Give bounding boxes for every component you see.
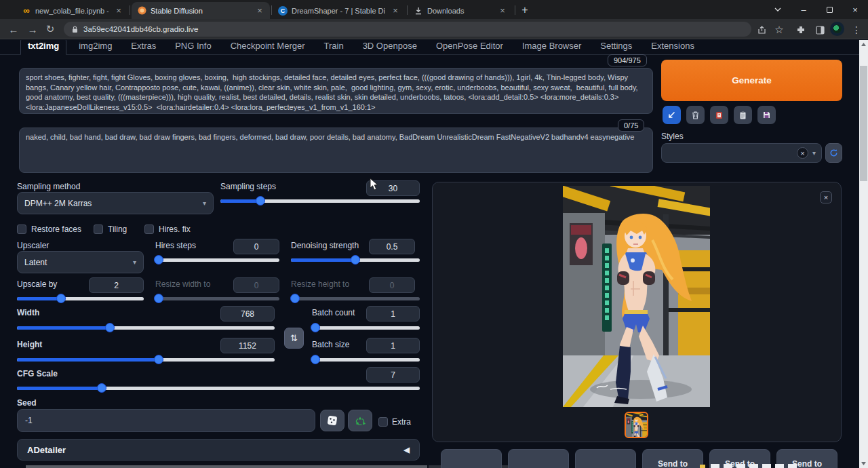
scroll-up-icon[interactable] [859, 40, 868, 49]
denoising-slider[interactable] [291, 256, 420, 263]
gallery-thumbnail[interactable] [625, 412, 648, 438]
swap-dimensions-button[interactable]: ⇅ [284, 328, 304, 349]
tab-openpose-editor[interactable]: OpenPose Editor [429, 40, 510, 54]
hires-steps-slider[interactable] [155, 256, 279, 263]
upscale-by-value[interactable]: 2 [89, 277, 144, 293]
slider-handle[interactable] [154, 355, 163, 364]
back-icon[interactable]: ← [5, 21, 22, 37]
address-bar[interactable]: 3a59ec42041dbb46cb.gradio.live [64, 22, 751, 37]
upscaler-dropdown[interactable]: Latent ▾ [17, 251, 144, 273]
width-value[interactable]: 768 [220, 306, 275, 321]
extensions-puzzle-icon[interactable] [793, 22, 808, 37]
new-tab-button[interactable]: + [517, 3, 532, 18]
scrollbar-thumb[interactable] [860, 66, 867, 181]
tab-extras[interactable]: Extras [124, 40, 163, 54]
apply-styles-button[interactable] [734, 106, 752, 124]
resize-height-slider [291, 295, 420, 302]
cfg-scale-slider[interactable] [17, 385, 420, 391]
browser-tab-dreamshaper[interactable]: C DreamShaper - 7 | Stable Diffusio × [273, 2, 406, 19]
cfg-scale-label: CFG Scale [17, 369, 58, 378]
zip-button[interactable] [508, 449, 569, 468]
extra-networks-button[interactable] [710, 106, 728, 124]
upscale-by-slider[interactable] [17, 295, 144, 302]
generate-button[interactable]: Generate [661, 60, 842, 101]
batch-count-slider[interactable] [312, 324, 420, 331]
chevron-down-icon[interactable]: ▾ [812, 149, 816, 157]
browser-tab-stable-diffusion[interactable]: Stable Diffusion × [132, 2, 270, 19]
send-to-img2img-button[interactable]: Send to [642, 449, 703, 468]
image-close-icon[interactable]: × [820, 191, 832, 203]
styles-dropdown[interactable]: × ▾ [661, 143, 822, 163]
kebab-menu-icon[interactable]: ⋮ [849, 22, 864, 37]
tab-image-browser[interactable]: Image Browser [515, 40, 588, 54]
tab-img2img[interactable]: img2img [72, 40, 119, 54]
tab-close-icon[interactable]: × [255, 5, 264, 16]
colab-icon: ∞ [22, 6, 31, 16]
tab-extensions[interactable]: Extensions [644, 40, 701, 54]
prompt-input[interactable]: sport shoes, fighter, fight, fight Glove… [20, 69, 652, 113]
negative-prompt-input[interactable]: naked, child, bad hand, bad draw, bad dr… [20, 128, 652, 172]
batch-count-value[interactable]: 1 [366, 306, 420, 321]
bookmark-star-icon[interactable]: ☆ [772, 22, 787, 37]
clear-prompt-button[interactable] [686, 106, 705, 124]
width-slider[interactable] [17, 324, 275, 331]
forward-icon[interactable]: → [24, 21, 41, 37]
page-scrollbar[interactable] [859, 40, 868, 468]
height-slider[interactable] [17, 356, 275, 363]
side-panel-icon[interactable] [812, 22, 827, 37]
tab-3d-openpose[interactable]: 3D Openpose [356, 40, 424, 54]
extra-seed-checkbox[interactable] [378, 417, 388, 427]
generated-image[interactable] [563, 186, 710, 407]
maximize-button[interactable] [816, 0, 842, 19]
seed-input[interactable]: -1 [17, 409, 315, 432]
slider-handle[interactable] [351, 255, 360, 265]
cfg-scale-value[interactable]: 7 [366, 367, 420, 383]
denoising-value[interactable]: 0.5 [369, 239, 415, 254]
save-button[interactable] [441, 449, 502, 468]
slider-handle[interactable] [105, 323, 115, 332]
slider-handle[interactable] [256, 196, 265, 206]
height-value[interactable]: 1152 [220, 338, 275, 353]
tab-checkpoint-merger[interactable]: Checkpoint Merger [224, 40, 312, 54]
browser-tab-downloads[interactable]: Downloads × [408, 2, 513, 19]
sampling-method-dropdown[interactable]: DPM++ 2M Karras ▾ [17, 192, 214, 214]
hires-fix-checkbox[interactable] [144, 225, 154, 234]
send-button[interactable] [575, 449, 636, 468]
hires-steps-value[interactable]: 0 [233, 239, 279, 254]
share-icon[interactable] [754, 22, 769, 37]
batch-size-slider[interactable] [312, 356, 420, 363]
slider-handle[interactable] [56, 294, 66, 303]
adetailer-accordion[interactable]: ADetailer ◀ [17, 439, 420, 461]
restore-faces-checkbox[interactable] [17, 225, 26, 234]
random-seed-button[interactable] [320, 410, 344, 431]
chevron-down-icon: ▾ [203, 199, 206, 207]
minimize-button[interactable]: – [791, 0, 816, 19]
tab-close-icon[interactable]: × [498, 5, 507, 16]
clear-styles-icon[interactable]: × [797, 147, 808, 159]
slider-handle[interactable] [154, 255, 163, 265]
close-window-button[interactable]: × [842, 0, 868, 19]
tab-settings[interactable]: Settings [593, 40, 639, 54]
sampling-steps-slider[interactable] [220, 197, 420, 204]
tab-search-chevron-icon[interactable] [765, 0, 791, 19]
tiling-checkbox[interactable] [94, 225, 103, 234]
save-style-button[interactable] [757, 106, 776, 124]
tab-txt2img[interactable]: txt2img [20, 40, 66, 55]
tab-title: Downloads [427, 7, 492, 15]
avatar[interactable] [830, 22, 844, 36]
reuse-seed-button[interactable] [348, 410, 372, 431]
tab-png-info[interactable]: PNG Info [168, 40, 218, 54]
slider-handle[interactable] [97, 383, 106, 393]
tab-close-icon[interactable]: × [391, 5, 400, 16]
slider-handle[interactable] [311, 355, 320, 364]
reload-icon[interactable]: ↻ [42, 21, 58, 37]
browser-tab-colab[interactable]: ∞ new_colab_file.ipynb - Colaborat × [16, 2, 129, 19]
slider-handle [154, 294, 163, 303]
slider-handle[interactable] [311, 323, 320, 332]
refresh-styles-button[interactable] [825, 143, 842, 163]
batch-size-value[interactable]: 1 [366, 338, 420, 353]
tab-train[interactable]: Train [317, 40, 351, 54]
tab-close-icon[interactable]: × [114, 5, 123, 16]
scroll-down-icon[interactable] [859, 459, 868, 468]
paste-params-button[interactable] [663, 106, 681, 124]
